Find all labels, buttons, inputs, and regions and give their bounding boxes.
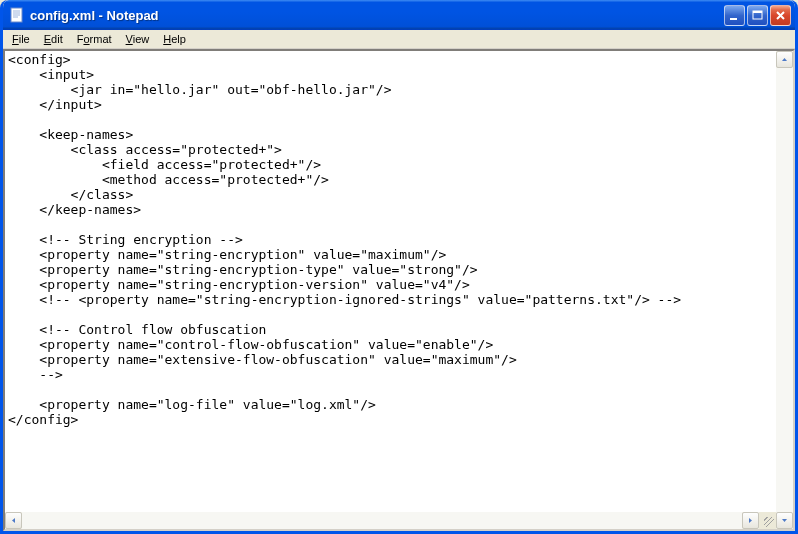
horizontal-scrollbar-row [5, 512, 776, 529]
minimize-button[interactable] [724, 5, 745, 26]
window-title: config.xml - Notepad [30, 8, 724, 23]
maximize-button[interactable] [747, 5, 768, 26]
resize-grip[interactable] [759, 512, 776, 529]
svg-rect-5 [730, 18, 737, 20]
scroll-right-button[interactable] [742, 512, 759, 529]
text-editor[interactable]: <config> <input> <jar in="hello.jar" out… [5, 51, 776, 512]
scroll-left-button[interactable] [5, 512, 22, 529]
horizontal-scroll-track[interactable] [22, 512, 742, 529]
scroll-up-button[interactable] [776, 51, 793, 68]
vertical-scroll-track[interactable] [776, 68, 793, 512]
window-controls [724, 5, 791, 26]
horizontal-scrollbar[interactable] [5, 512, 759, 529]
menu-view[interactable]: View [119, 31, 157, 47]
vertical-scrollbar[interactable] [776, 51, 793, 529]
close-button[interactable] [770, 5, 791, 26]
notepad-window: config.xml - Notepad File Edit Format Vi… [0, 0, 798, 534]
svg-rect-7 [753, 11, 762, 13]
notepad-icon [9, 7, 25, 23]
menu-format[interactable]: Format [70, 31, 119, 47]
menu-edit[interactable]: Edit [37, 31, 70, 47]
menu-help[interactable]: Help [156, 31, 193, 47]
scroll-down-button[interactable] [776, 512, 793, 529]
titlebar[interactable]: config.xml - Notepad [3, 0, 795, 30]
menubar: File Edit Format View Help [3, 30, 795, 49]
editor-container: <config> <input> <jar in="hello.jar" out… [3, 49, 795, 531]
menu-file[interactable]: File [5, 31, 37, 47]
